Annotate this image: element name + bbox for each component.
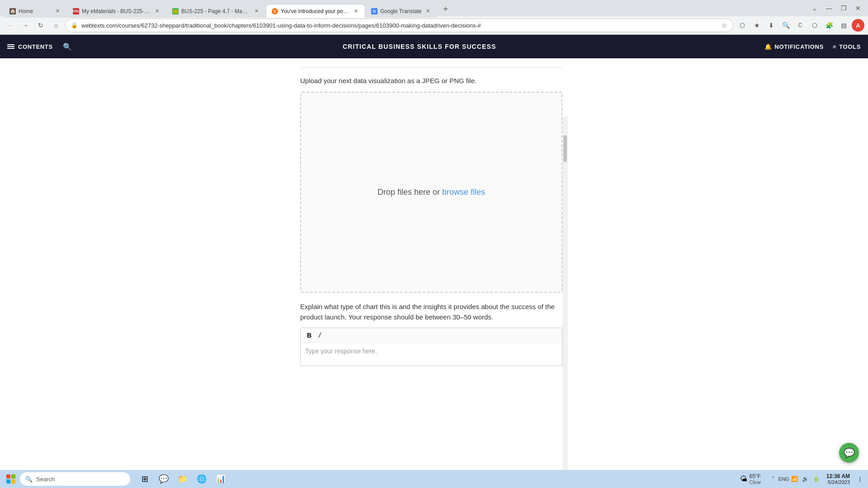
tab-bus225[interactable]: 🐸 BUS-225 - Page 4.7 - Making Da... ✕: [166, 4, 266, 18]
download-icon[interactable]: ⬇: [765, 19, 778, 32]
system-tray: ˄ ENG 📶 🔊 🔋: [769, 474, 821, 483]
taskbar-app-explorer[interactable]: 📁: [174, 470, 192, 488]
browser-chrome: 🏠 Home ✕ DXL My eMaterials - BUS-225-T50…: [0, 0, 868, 35]
tab-favicon-google: G: [371, 8, 377, 14]
weather-icon: 🌤: [740, 475, 747, 483]
contents-button[interactable]: CONTENTS: [7, 43, 53, 50]
chat-button[interactable]: 💬: [839, 443, 859, 463]
windows-logo-icon: [6, 474, 15, 483]
app-title: CRITICAL BUSINESS SKILLS FOR SUCCESS: [82, 43, 757, 50]
taskbar-app-chat[interactable]: 💬: [155, 470, 173, 488]
search-magnifier-icon: 🔍: [25, 476, 33, 483]
italic-button[interactable]: /: [317, 331, 322, 340]
explain-instruction: Explain what type of chart this is and t…: [300, 302, 562, 322]
header-right: 🔔 NOTIFICATIONS ≡ TOOLS: [764, 43, 861, 50]
weather-widget[interactable]: 🌤 65°F Clear: [736, 473, 764, 485]
page-content: Upload your next data visualization as a…: [0, 58, 868, 470]
taskbar-right: 🌤 65°F Clear ˄ ENG 📶 🔊 🔋 12:36 AM 5/24/2…: [736, 473, 864, 485]
text-editor: B / Type your response here.: [300, 328, 562, 366]
taskbar-clock[interactable]: 12:36 AM 5/24/2023: [825, 473, 852, 485]
close-window-button[interactable]: ✕: [852, 2, 864, 14]
wifi-icon[interactable]: 📶: [790, 474, 799, 483]
svg-rect-1: [11, 474, 15, 479]
widgets-icon: ⊞: [142, 474, 148, 484]
tools-button[interactable]: ≡ TOOLS: [833, 43, 861, 50]
taskbar-search-box[interactable]: 🔍 Search: [20, 472, 130, 486]
tray-arrow-icon[interactable]: ˄: [769, 474, 778, 483]
taskbar: 🔍 Search ⊞ 💬 📁 🌐 📊 🌤 65°F Clear ˄: [0, 470, 868, 488]
notifications-button[interactable]: 🔔 NOTIFICATIONS: [764, 43, 824, 50]
extensions2-icon[interactable]: ⬡: [808, 19, 821, 32]
excel-icon: 📊: [216, 474, 226, 484]
editor-placeholder: Type your response here.: [305, 347, 377, 355]
scrollbar-thumb[interactable]: [563, 135, 567, 162]
clock-time: 12:36 AM: [826, 473, 850, 479]
drop-zone[interactable]: Drop files here or browse files: [300, 92, 562, 293]
screen-search-icon[interactable]: 🔍: [779, 19, 792, 32]
svg-rect-2: [6, 479, 10, 483]
show-desktop-button[interactable]: |: [855, 474, 864, 483]
tab-title-google: Google Translate: [380, 8, 421, 14]
file-explorer-icon: 📁: [178, 474, 188, 484]
taskbar-app-chrome[interactable]: 🌐: [193, 470, 211, 488]
drop-text: Drop files here or: [377, 188, 442, 197]
tab-list-button[interactable]: ⌄: [808, 2, 821, 14]
tab-close-youve[interactable]: ✕: [352, 8, 359, 15]
taskbar-app-excel[interactable]: 📊: [212, 470, 230, 488]
minimize-button[interactable]: —: [823, 2, 835, 14]
battery-icon[interactable]: 🔋: [812, 474, 821, 483]
profile-button[interactable]: A: [852, 19, 864, 32]
tab-favicon-home: 🏠: [9, 8, 16, 14]
chat-icon: 💬: [844, 447, 855, 458]
lock-icon: 🔒: [71, 22, 78, 28]
home-nav-button[interactable]: ⌂: [50, 19, 62, 32]
tools-icon: ≡: [833, 43, 836, 50]
restore-button[interactable]: ❐: [837, 2, 850, 14]
bold-button[interactable]: B: [305, 331, 313, 340]
url-text: webtexts.com/courses/62732-sheppard/trad…: [81, 22, 718, 29]
tab-close-home[interactable]: ✕: [54, 8, 61, 15]
start-button[interactable]: [4, 472, 18, 486]
tab-title-home: Home: [19, 8, 33, 14]
weather-status: Clear: [749, 479, 761, 485]
forward-button[interactable]: →: [19, 19, 32, 32]
search-icon[interactable]: 🔍: [60, 40, 75, 54]
tab-youve[interactable]: C You've introduced your post by ... ✕: [266, 4, 365, 18]
sidebar-icon[interactable]: ▤: [837, 19, 850, 32]
volume-icon[interactable]: 🔊: [801, 474, 810, 483]
tab-favicon-bus225: 🐸: [172, 8, 179, 14]
clock-date: 5/24/2023: [826, 479, 850, 485]
tab-close-bus225[interactable]: ✕: [253, 8, 260, 15]
bookmark-icon[interactable]: ★: [750, 19, 763, 32]
extensions-icon[interactable]: ⬡: [736, 19, 749, 32]
tab-favicon-youve: C: [272, 8, 278, 14]
content-area: Upload your next data visualization as a…: [300, 58, 562, 470]
language-icon[interactable]: ENG: [779, 474, 788, 483]
reload-button[interactable]: ↻: [34, 19, 47, 32]
back-button[interactable]: ←: [4, 19, 16, 32]
svg-rect-3: [11, 479, 15, 483]
editor-body[interactable]: Type your response here.: [301, 343, 562, 366]
tab-close-dxl[interactable]: ✕: [153, 8, 160, 15]
chromebook-icon[interactable]: C: [794, 19, 807, 32]
puzzle-icon[interactable]: 🧩: [823, 19, 835, 32]
app-header: CONTENTS 🔍 CRITICAL BUSINESS SKILLS FOR …: [0, 35, 868, 58]
tab-title-youve: You've introduced your post by ...: [281, 8, 349, 14]
tab-home[interactable]: 🏠 Home ✕: [4, 4, 67, 18]
weather-temperature: 65°F: [749, 473, 761, 479]
teams-chat-icon: 💬: [159, 474, 169, 484]
browse-files-link[interactable]: browse files: [442, 188, 485, 197]
tab-title-dxl: My eMaterials - BUS-225-T5028: [82, 8, 151, 14]
tools-label: TOOLS: [839, 43, 861, 50]
tab-close-google[interactable]: ✕: [424, 8, 431, 15]
tab-dxl[interactable]: DXL My eMaterials - BUS-225-T5028 ✕: [67, 4, 166, 18]
star-icon[interactable]: ☆: [722, 22, 727, 29]
new-tab-button[interactable]: +: [439, 3, 452, 15]
taskbar-app-widgets[interactable]: ⊞: [136, 470, 154, 488]
tab-title-bus225: BUS-225 - Page 4.7 - Making Da...: [181, 8, 250, 14]
notifications-label: NOTIFICATIONS: [774, 43, 824, 50]
url-bar[interactable]: 🔒 webtexts.com/courses/62732-sheppard/tr…: [65, 19, 733, 32]
tab-google[interactable]: G Google Translate ✕: [365, 4, 437, 18]
bell-icon: 🔔: [764, 43, 772, 50]
scrollbar[interactable]: [562, 116, 568, 470]
